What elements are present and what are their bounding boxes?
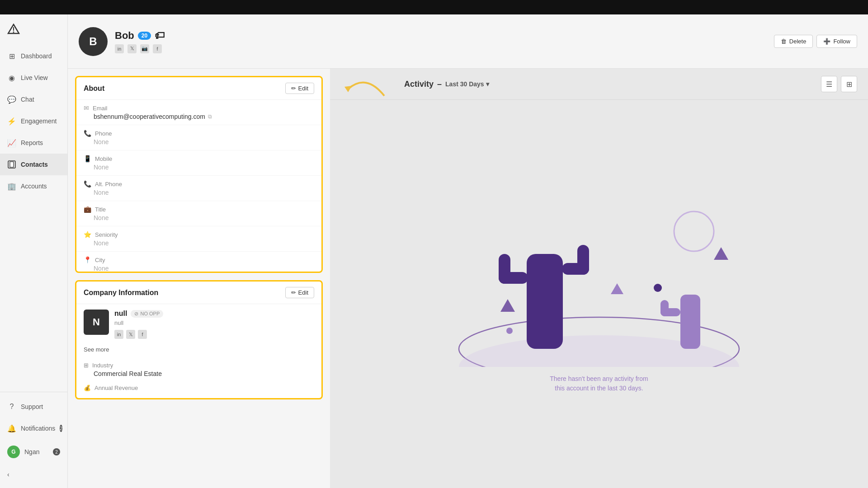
- company-details: null ⊘ NO OPP null in 𝕏 f: [114, 310, 163, 339]
- see-more-link[interactable]: See more: [76, 344, 321, 357]
- city-value: None: [84, 265, 314, 272]
- sidebar-item-label: Contacts: [21, 161, 48, 168]
- svg-rect-15: [660, 300, 669, 316]
- dashboard-icon: ⊞: [7, 52, 16, 61]
- sidebar-item-label: Reports: [21, 139, 43, 146]
- follow-icon: ➕: [823, 38, 830, 45]
- delete-button[interactable]: 🗑 Delete: [774, 35, 813, 48]
- field-email: ✉ Email bshennum@cooperativecomputing.co…: [76, 100, 321, 125]
- contact-tag-icon: 🏷: [155, 30, 165, 42]
- company-edit-button[interactable]: ✏ Edit: [285, 287, 314, 298]
- svg-rect-8: [527, 254, 563, 349]
- company-socials: in 𝕏 f: [114, 330, 163, 339]
- sidebar-item-chat[interactable]: 💬 Chat: [0, 89, 67, 110]
- about-title: About: [84, 84, 104, 93]
- no-opp-icon: ⊘: [134, 311, 138, 317]
- about-scroll-area[interactable]: ✉ Email bshennum@cooperativecomputing.co…: [76, 100, 321, 272]
- empty-state-text: There hasn't been any activity from this…: [550, 374, 648, 393]
- sidebar-item-contacts[interactable]: Contacts: [0, 154, 67, 175]
- edit-icon: ✏: [291, 289, 296, 296]
- email-icon: ✉: [84, 104, 89, 112]
- contacts-icon: [7, 160, 16, 169]
- follow-button[interactable]: ➕ Follow: [816, 35, 857, 48]
- phone-value: None: [84, 138, 314, 145]
- activity-title: Activity – Last 30 Days ▾: [341, 80, 489, 89]
- sidebar-collapse-btn[interactable]: ‹: [0, 465, 67, 484]
- svg-marker-19: [611, 283, 623, 294]
- activity-period[interactable]: Last 30 Days ▾: [445, 80, 489, 88]
- phone-icon: 📞: [84, 130, 91, 137]
- about-card: About ✏ Edit ✉ Email: [75, 76, 323, 273]
- instagram-icon[interactable]: 📷: [140, 44, 149, 53]
- collapse-icon: ‹: [7, 471, 9, 478]
- city-icon: 📍: [84, 256, 91, 263]
- facebook-icon[interactable]: f: [153, 44, 162, 53]
- sidebar-item-label: Live View: [21, 74, 48, 81]
- sidebar-item-label: Engagement: [21, 117, 57, 125]
- sidebar-item-dashboard[interactable]: ⊞ Dashboard: [0, 45, 67, 67]
- user-badge: 2: [53, 448, 60, 455]
- company-linkedin-icon[interactable]: in: [114, 330, 123, 339]
- sidebar-item-accounts[interactable]: 🏢 Accounts: [0, 175, 67, 197]
- company-facebook-icon[interactable]: f: [138, 330, 147, 339]
- desert-illustration: [441, 195, 757, 367]
- sidebar: ⊞ Dashboard ◉ Live View 💬 Chat ⚡ Engagem…: [0, 14, 68, 488]
- revenue-icon: 💰: [84, 385, 91, 391]
- notifications-icon: 🔔: [7, 424, 16, 433]
- contact-socials: in 𝕏 📷 f: [115, 44, 165, 53]
- list-view-button[interactable]: ☰: [821, 76, 837, 92]
- sidebar-item-reports[interactable]: 📈 Reports: [0, 132, 67, 154]
- contact-name-row: Bob 20 🏷: [115, 30, 165, 42]
- sidebar-item-notifications[interactable]: 🔔 Notifications 2: [0, 418, 67, 439]
- field-phone: 📞 Phone None: [76, 125, 321, 150]
- sidebar-item-support[interactable]: ? Support: [0, 396, 67, 418]
- company-badge: ⊘ NO OPP: [131, 310, 163, 318]
- twitter-icon[interactable]: 𝕏: [127, 44, 137, 53]
- left-panel: About ✏ Edit ✉ Email: [68, 69, 330, 488]
- live-view-icon: ◉: [7, 73, 16, 82]
- company-twitter-icon[interactable]: 𝕏: [126, 330, 135, 339]
- contact-score-badge: 20: [138, 32, 151, 40]
- contact-avatar: B: [79, 27, 108, 56]
- sidebar-item-live-view[interactable]: ◉ Live View: [0, 67, 67, 89]
- alt-phone-icon: 📞: [84, 180, 91, 188]
- activity-dash: –: [437, 80, 442, 89]
- svg-marker-17: [714, 247, 728, 260]
- engagement-icon: ⚡: [7, 117, 16, 126]
- top-bar: [0, 0, 868, 14]
- list-view-icon: ☰: [826, 80, 832, 89]
- grid-view-button[interactable]: ⊞: [841, 76, 857, 92]
- activity-header: Activity – Last 30 Days ▾ ☰ ⊞: [330, 69, 868, 100]
- company-sub: null: [114, 319, 163, 326]
- industry-icon: ⊞: [84, 362, 89, 369]
- field-mobile: 📱 Mobile None: [76, 150, 321, 176]
- about-edit-button[interactable]: ✏ Edit: [285, 83, 314, 94]
- sidebar-item-engagement[interactable]: ⚡ Engagement: [0, 110, 67, 132]
- alt-phone-value: None: [84, 189, 314, 196]
- sidebar-item-label: Support: [21, 403, 43, 410]
- copy-icon[interactable]: ⧉: [208, 113, 212, 120]
- svg-rect-4: [10, 162, 14, 167]
- annual-revenue-label: 💰 Annual Revenue: [84, 385, 314, 391]
- svg-point-16: [674, 211, 714, 251]
- linkedin-icon[interactable]: in: [115, 44, 124, 53]
- mobile-value: None: [84, 164, 314, 171]
- accounts-icon: 🏢: [7, 182, 16, 191]
- activity-view-buttons: ☰ ⊞: [821, 76, 857, 92]
- svg-rect-13: [680, 295, 700, 349]
- svg-rect-12: [577, 245, 589, 275]
- about-card-header: About ✏ Edit: [76, 77, 321, 100]
- sidebar-item-label: Chat: [21, 96, 34, 103]
- contact-header: B Bob 20 🏷 in 𝕏 📷 f 🗑 Delete: [68, 14, 868, 69]
- seniority-value: None: [84, 239, 314, 247]
- arrow-annotation: [339, 69, 393, 105]
- industry-label-row: ⊞ Industry: [84, 362, 314, 369]
- industry-section: ⊞ Industry Commercial Real Estate: [76, 357, 321, 382]
- reports-icon: 📈: [7, 138, 16, 147]
- sidebar-item-label: Notifications: [21, 425, 55, 432]
- sidebar-item-label: Accounts: [21, 183, 47, 190]
- sidebar-item-user[interactable]: G Ngan 2: [0, 439, 67, 465]
- annual-revenue-section: 💰 Annual Revenue: [76, 382, 321, 398]
- field-title: 💼 Title None: [76, 201, 321, 226]
- field-seniority: ⭐ Seniority None: [76, 226, 321, 252]
